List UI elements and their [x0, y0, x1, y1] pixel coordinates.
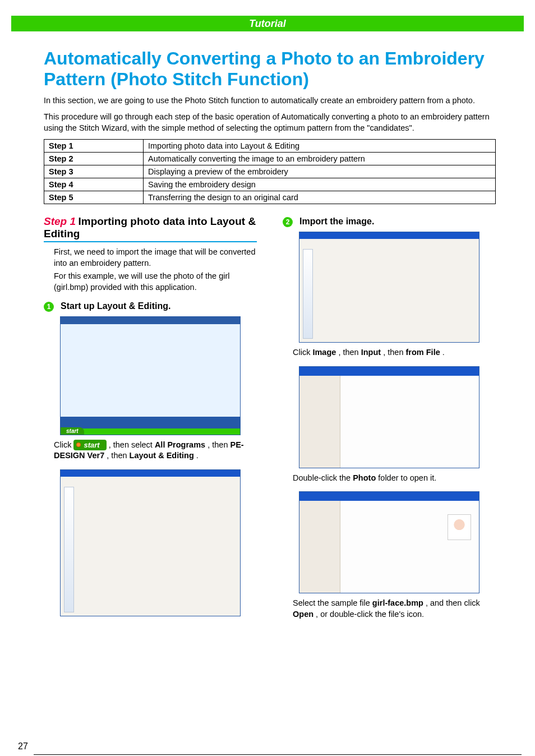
- step-cell-desc: Automatically converting the image to an…: [144, 153, 496, 165]
- caption-text: , and then click: [426, 598, 480, 607]
- figure-layout-editing-blank: [60, 469, 241, 616]
- bullet-1-icon: 1: [44, 302, 54, 312]
- step1-intro-a: First, we need to import the image that …: [54, 247, 257, 269]
- figure-image-menu: [299, 232, 479, 343]
- caption-text: .: [196, 451, 199, 460]
- step1-heading: Step 1 Importing photo data into Layout …: [44, 215, 257, 242]
- start-button-icon: start: [73, 440, 106, 451]
- caption-image-input: Click Image , then Input , then from Fil…: [293, 347, 496, 358]
- table-row: Step 3 Displaying a preview of the embro…: [44, 165, 496, 178]
- caption-strong: Photo: [353, 473, 376, 482]
- page-title: Automatically Converting a Photo to an E…: [44, 48, 496, 90]
- step-cell-label: Step 1: [44, 140, 144, 153]
- caption-text: Select the sample file: [293, 598, 372, 607]
- bullet-2-icon: 2: [283, 217, 293, 227]
- caption-text: folder to open it.: [378, 473, 436, 482]
- table-row: Step 2 Automatically converting the imag…: [44, 153, 496, 165]
- step-cell-desc: Saving the embroidery design: [144, 178, 496, 191]
- caption-strong: Open: [293, 610, 313, 619]
- step1-intro-b: For this example, we will use the photo …: [54, 271, 257, 293]
- caption-text: , then: [383, 348, 405, 357]
- caption-strong: All Programs: [155, 440, 205, 449]
- caption-text: Click: [293, 348, 312, 357]
- page-number: 27: [18, 741, 28, 752]
- page-number-rule: [34, 754, 522, 755]
- step-cell-desc: Importing photo data into Layout & Editi…: [144, 140, 496, 153]
- figure-start-menu: [60, 316, 241, 435]
- intro-paragraph-1: In this section, we are going to use the…: [44, 95, 496, 107]
- step-cell-label: Step 2: [44, 153, 144, 165]
- intro-paragraph-2: This procedure will go through each step…: [44, 112, 496, 133]
- caption-text: , then: [207, 440, 230, 449]
- step-cell-label: Step 4: [44, 178, 144, 191]
- thumbnail-girl-face: [448, 514, 471, 540]
- caption-text: .: [442, 348, 445, 357]
- step1-title: Importing photo data into Layout & Editi…: [44, 215, 256, 239]
- caption-text: , or double-click the file's icon.: [316, 610, 424, 619]
- table-row: Step 4 Saving the embroidery design: [44, 178, 496, 191]
- caption-strong: from File: [406, 348, 440, 357]
- caption-select-file: Select the sample file girl-face.bmp , a…: [293, 598, 496, 620]
- steps-table: Step 1 Importing photo data into Layout …: [44, 139, 496, 204]
- caption-text: , then: [107, 451, 129, 460]
- step-cell-label: Step 5: [44, 191, 144, 204]
- step-cell-desc: Transferring the design to an original c…: [144, 191, 496, 204]
- caption-text: , then select: [109, 440, 155, 449]
- caption-start-menu: Click start , then select All Programs ,…: [54, 440, 257, 462]
- caption-text: Double-click the: [293, 473, 353, 482]
- caption-strong: Image: [312, 348, 336, 357]
- figure-open-dialog-sample: [299, 366, 479, 468]
- table-row: Step 5 Transferring the design to an ori…: [44, 191, 496, 204]
- caption-strong: Layout & Editing: [130, 451, 194, 460]
- step-cell-label: Step 3: [44, 165, 144, 178]
- header-band: Tutorial: [11, 16, 524, 31]
- caption-open-photo-folder: Double-click the Photo folder to open it…: [293, 473, 496, 484]
- step1-label: Step 1: [44, 215, 76, 227]
- caption-text: , then: [338, 348, 361, 357]
- substep1-title: Start up Layout & Editing.: [61, 301, 170, 311]
- caption-strong: girl-face.bmp: [372, 598, 423, 607]
- figure-open-dialog-photo: [299, 491, 479, 593]
- caption-strong: Input: [361, 348, 381, 357]
- step-cell-desc: Displaying a preview of the embroidery: [144, 165, 496, 178]
- substep2-title: Import the image.: [299, 216, 374, 227]
- caption-text: Click: [54, 440, 73, 449]
- table-row: Step 1 Importing photo data into Layout …: [44, 140, 496, 153]
